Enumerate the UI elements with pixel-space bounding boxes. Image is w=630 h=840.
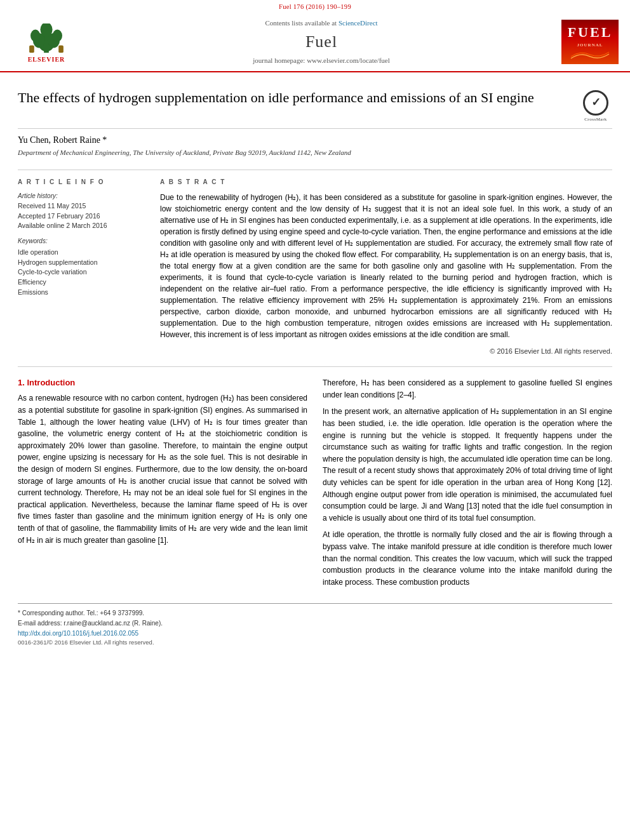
crossmark-badge: ✓ CrossMark [579, 90, 612, 123]
available-date: Available online 2 March 2016 [18, 221, 145, 230]
body-right-col: Therefore, H₂ has been considered as a s… [323, 377, 612, 593]
received-date: Received 11 May 2015 [18, 201, 145, 211]
svg-point-4 [30, 30, 40, 42]
section-divider [18, 366, 612, 367]
fuel-logo-text: FUEL [568, 23, 613, 43]
journal-homepage: journal homepage: www.elsevier.com/locat… [81, 56, 561, 65]
article-info-abstract: A R T I C L E I N F O Article history: R… [18, 170, 612, 356]
svg-rect-7 [29, 46, 34, 53]
body-left-col: 1. Introduction As a renewable resource … [18, 377, 307, 593]
article-content: The effects of hydrogen supplementation … [0, 72, 630, 603]
intro-para-2: Therefore, H₂ has been considered as a s… [323, 377, 612, 401]
keyword-5: Emissions [18, 288, 145, 297]
intro-para-1: As a renewable resource with no carbon c… [18, 392, 307, 546]
abstract-col: A B S T R A C T Due to the renewability … [160, 178, 612, 356]
journal-center: Contents lists available at ScienceDirec… [81, 18, 561, 66]
elsevier-text: ELSEVIER [28, 55, 65, 64]
elsevier-logo: ELSEVIER [11, 20, 81, 64]
page-footer: * Corresponding author. Tel.: +64 9 3737… [18, 603, 612, 650]
article-title: The effects of hydrogen supplementation … [18, 89, 579, 107]
svg-rect-8 [58, 46, 64, 53]
doi-header: Fuel 176 (2016) 190–199 [0, 0, 630, 13]
keyword-1: Idle operation [18, 248, 145, 257]
page: Fuel 176 (2016) 190–199 ELSEVIER [0, 0, 630, 840]
article-history: Article history: Received 11 May 2015 Ac… [18, 192, 145, 230]
keywords-label: Keywords: [18, 237, 145, 246]
authors-text: Yu Chen, Robert Raine * [18, 135, 107, 145]
article-info-col: A R T I C L E I N F O Article history: R… [18, 178, 145, 356]
journal-banner: ELSEVIER Contents lists available at Sci… [0, 13, 630, 72]
intro-section-title: 1. Introduction [18, 377, 307, 389]
fuel-logo-subtitle: JOURNAL [577, 43, 603, 49]
sciencedirect-url[interactable]: ScienceDirect [338, 19, 378, 27]
article-info-header: A R T I C L E I N F O [18, 178, 145, 187]
abstract-header: A B S T R A C T [160, 178, 612, 187]
keyword-4: Efficiency [18, 277, 145, 287]
elsevier-tree-icon [21, 23, 72, 54]
issn-footer: 0016-2361/© 2016 Elsevier Ltd. All right… [18, 638, 612, 646]
crossmark-label: CrossMark [584, 117, 607, 123]
abstract-text: Due to the renewability of hydrogen (H₂)… [160, 192, 612, 340]
email-note: E-mail address: r.raine@auckland.ac.nz (… [18, 619, 612, 628]
article-title-section: The effects of hydrogen supplementation … [18, 83, 612, 129]
copyright-line: © 2016 Elsevier Ltd. All rights reserved… [160, 347, 612, 356]
doi-text: Fuel 176 (2016) 190–199 [279, 3, 351, 10]
accepted-date: Accepted 17 February 2016 [18, 211, 145, 221]
corresponding-note: * Corresponding author. Tel.: +64 9 3737… [18, 609, 612, 618]
fuel-logo-box: FUEL JOURNAL [561, 20, 619, 64]
fuel-logo-decoration [568, 49, 612, 62]
journal-title-banner: Fuel [81, 30, 561, 53]
section-title-text: Introduction [27, 378, 75, 387]
authors-line: Yu Chen, Robert Raine * [18, 134, 612, 147]
authors-section: Yu Chen, Robert Raine * Department of Me… [18, 129, 612, 161]
keyword-3: Cycle-to-cycle variation [18, 267, 145, 277]
affiliation-line: Department of Mechanical Engineering, Th… [18, 148, 612, 157]
doi-footer: http://dx.doi.org/10.1016/j.fuel.2016.02… [18, 629, 612, 638]
body-two-col: 1. Introduction As a renewable resource … [18, 377, 612, 593]
sciencedirect-link: Contents lists available at ScienceDirec… [81, 18, 561, 28]
svg-point-5 [53, 30, 62, 42]
section-number: 1. [18, 378, 25, 387]
intro-para-4: At idle operation, the throttle is norma… [323, 529, 612, 588]
crossmark-icon: ✓ [583, 90, 608, 116]
history-label: Article history: [18, 192, 145, 201]
intro-para-3: In the present work, an alternative appl… [323, 406, 612, 524]
keywords-group: Keywords: Idle operation Hydrogen supple… [18, 237, 145, 297]
keyword-2: Hydrogen supplementation [18, 258, 145, 267]
